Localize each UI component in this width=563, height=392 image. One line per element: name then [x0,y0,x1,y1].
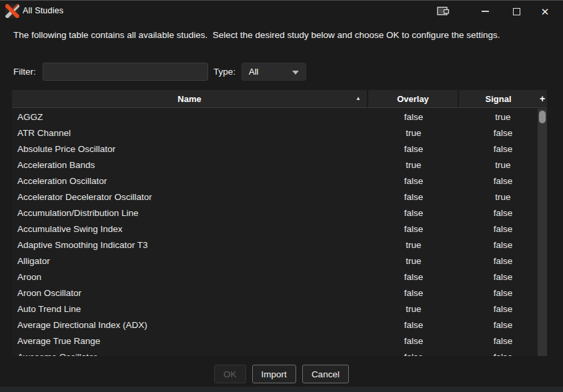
study-overlay-cell: false [368,205,459,221]
study-name-cell: Acceleration Bands [12,157,368,173]
study-signal-cell: false [459,285,547,301]
study-signal-cell: false [459,125,547,141]
table-row[interactable]: Accumulation/Distribution Line false fal… [12,205,547,221]
study-name-cell: Alligator [12,253,368,269]
import-button[interactable]: Import [252,365,296,383]
filter-input[interactable] [43,63,208,81]
type-dropdown-value: All [249,67,258,77]
type-label: Type: [213,67,235,77]
study-name-cell: ATR Channel [12,125,368,141]
study-name-cell: Aroon [12,269,368,285]
window-title: All Studies [23,6,63,15]
study-overlay-cell: false [368,221,459,237]
studies-table: Name ▲ Overlay Signal + AGGZ false true … [12,90,547,356]
table-row[interactable]: Average Directional Index (ADX) false fa… [12,317,547,333]
table-row[interactable]: Aroon false false [12,269,547,285]
dialog-footer: OK Import Cancel [0,365,563,385]
column-header-name[interactable]: Name ▲ [12,90,368,107]
study-signal-cell: false [459,301,547,317]
study-overlay-cell: true [368,157,459,173]
study-overlay-cell: false [368,333,459,349]
study-signal-cell: false [459,333,547,349]
column-header-signal[interactable]: Signal [459,90,538,107]
table-row[interactable]: Accumulative Swing Index false false [12,221,547,237]
table-row[interactable]: Average True Range false false [12,333,547,349]
study-name-cell: Accelerator Decelerator Oscillator [12,189,368,205]
study-name-cell: Aroon Oscillator [12,285,368,301]
table-row[interactable]: Acceleration Oscillator false false [12,173,547,189]
table-row[interactable]: Adaptive Smoothing Indicator T3 true fal… [12,237,547,253]
study-signal-cell: false [459,269,547,285]
table-row[interactable]: ATR Channel true false [12,125,547,141]
study-overlay-cell: false [368,189,459,205]
study-name-cell: Accumulation/Distribution Line [12,205,368,221]
study-signal-cell: false [459,253,547,269]
study-name-cell: AGGZ [12,109,368,125]
study-signal-cell: false [459,317,547,333]
study-name-cell: Average True Range [12,333,368,349]
study-signal-cell: false [459,205,547,221]
window-bottom-edge [0,387,563,392]
motivewave-logo-icon [5,4,19,18]
study-overlay-cell: false [368,109,459,125]
all-studies-dialog: All Studies ✕ The following table contai… [0,0,563,392]
table-row[interactable]: AGGZ false true [12,109,547,125]
study-name-cell: Absolute Price Oscillator [12,141,368,157]
study-overlay-cell: false [368,349,459,356]
study-overlay-cell: false [368,285,459,301]
study-signal-cell: false [459,349,547,356]
dialog-description: The following table contains all availab… [13,29,540,41]
study-overlay-cell: false [368,141,459,157]
minimize-icon[interactable] [472,1,498,22]
add-column-button[interactable]: + [538,90,547,107]
column-header-overlay[interactable]: Overlay [368,90,459,107]
study-signal-cell: false [459,221,547,237]
vertical-scrollbar[interactable] [538,109,547,356]
scrollbar-thumb[interactable] [539,111,546,123]
study-overlay-cell: false [368,173,459,189]
study-name-cell: Average Directional Index (ADX) [12,317,368,333]
study-overlay-cell: true [368,253,459,269]
table-row[interactable]: Aroon Oscillator false false [12,285,547,301]
study-name-cell: Awesome Oscillator [12,349,368,356]
study-signal-cell: true [459,189,547,205]
title-bar: All Studies ✕ [0,1,563,22]
table-row[interactable]: Absolute Price Oscillator false false [12,141,547,157]
study-overlay-cell: true [368,125,459,141]
study-overlay-cell: false [368,269,459,285]
ok-button[interactable]: OK [214,365,246,383]
chevron-down-icon [292,71,299,75]
cancel-button[interactable]: Cancel [302,365,349,383]
study-name-cell: Adaptive Smoothing Indicator T3 [12,237,368,253]
study-overlay-cell: false [368,317,459,333]
study-signal-cell: false [459,173,547,189]
table-body: AGGZ false true ATR Channel true false A… [12,109,547,356]
filter-label: Filter: [13,67,36,77]
table-row[interactable]: Accelerator Decelerator Oscillator false… [12,189,547,205]
table-row[interactable]: Awesome Oscillator false false [12,349,547,356]
study-overlay-cell: true [368,237,459,253]
filter-row: Filter: Type: All [13,63,547,81]
type-dropdown[interactable]: All [241,63,306,81]
study-overlay-cell: true [368,301,459,317]
study-name-cell: Accumulative Swing Index [12,221,368,237]
close-icon[interactable]: ✕ [532,1,558,22]
study-signal-cell: true [459,109,547,125]
sort-ascending-icon: ▲ [356,96,361,101]
study-name-cell: Auto Trend Line [12,301,368,317]
table-header: Name ▲ Overlay Signal + [12,90,547,108]
study-signal-cell: false [459,141,547,157]
table-row[interactable]: Acceleration Bands true true [12,157,547,173]
maximize-icon[interactable] [503,1,530,22]
study-signal-cell: true [459,157,547,173]
dock-window-icon[interactable] [430,1,456,22]
study-name-cell: Acceleration Oscillator [12,173,368,189]
table-row[interactable]: Alligator true false [12,253,547,269]
table-row[interactable]: Auto Trend Line true false [12,301,547,317]
study-signal-cell: false [459,237,547,253]
